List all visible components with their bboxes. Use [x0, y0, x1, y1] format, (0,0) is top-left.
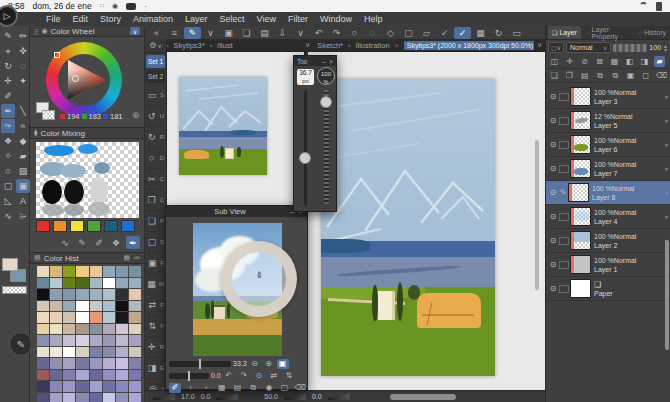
- qa-scale-rotate[interactable]: ▢S: [145, 232, 166, 253]
- layer-thumbnail[interactable]: [570, 87, 591, 106]
- polyline-tool[interactable]: ∿: [1, 209, 15, 223]
- tab-list-chevron-icon[interactable]: ∨: [537, 41, 542, 49]
- history-swatch-40[interactable]: [37, 324, 49, 335]
- lasso-tool[interactable]: ○: [1, 164, 15, 178]
- main-canvas-page[interactable]: [321, 79, 495, 376]
- grid-icon[interactable]: ▦: [472, 27, 489, 39]
- object-tool[interactable]: ⌲: [16, 209, 30, 223]
- history-swatch-69[interactable]: [103, 358, 115, 369]
- subview-reset-icon[interactable]: ⊙: [253, 371, 265, 381]
- eye-icon[interactable]: ⊙: [548, 212, 558, 221]
- rotate-view-icon[interactable]: ↻: [490, 27, 507, 39]
- history-swatch-48[interactable]: [37, 335, 49, 346]
- history-swatch-81[interactable]: [50, 381, 62, 392]
- airbrush-tool[interactable]: ≈: [16, 119, 30, 133]
- history-swatch-52[interactable]: [90, 335, 102, 346]
- history-swatch-78[interactable]: [116, 370, 128, 381]
- palette-view-icon[interactable]: ▦: [123, 254, 130, 262]
- layer-checkbox[interactable]: [559, 261, 569, 269]
- eye-icon[interactable]: ⊙: [548, 116, 558, 125]
- history-swatch-67[interactable]: [76, 358, 88, 369]
- subview-prev-icon[interactable]: ‹: [185, 383, 197, 393]
- history-swatch-84[interactable]: [90, 381, 102, 392]
- eye-icon[interactable]: ⊙: [548, 260, 558, 269]
- history-swatch-14[interactable]: [116, 278, 128, 289]
- subview-zoom-in-icon[interactable]: ⊕: [263, 359, 275, 369]
- history-swatch-63[interactable]: [129, 347, 141, 358]
- layer-row[interactable]: ⊙100 %NormalLayer 7∗: [546, 157, 670, 181]
- history-swatch-1[interactable]: [50, 266, 62, 277]
- history-swatch-85[interactable]: [103, 381, 115, 392]
- move-tool[interactable]: ✛: [1, 74, 15, 88]
- foreground-color-swatch[interactable]: [2, 258, 18, 271]
- new-layer-icon[interactable]: ❏: [549, 70, 559, 81]
- invert-selection-icon[interactable]: ◇: [382, 27, 399, 39]
- history-swatch-0[interactable]: [37, 266, 49, 277]
- left-canvas-page[interactable]: [179, 77, 267, 175]
- left-view-zoom-slider[interactable]: [153, 393, 175, 400]
- history-swatch-25[interactable]: [50, 301, 62, 312]
- history-swatch-31[interactable]: [129, 301, 141, 312]
- layer-checkbox[interactable]: [559, 93, 569, 101]
- rounded-rect-tool[interactable]: ▣: [16, 179, 30, 193]
- history-swatch-60[interactable]: [90, 347, 102, 358]
- apply-mask-icon[interactable]: ◻: [641, 70, 651, 81]
- layer-thumbnail[interactable]: [570, 159, 591, 178]
- menu-animation[interactable]: Animation: [127, 12, 179, 26]
- layer-row[interactable]: ⊙12 %NormalLayer 5∗: [546, 109, 670, 133]
- layer-row[interactable]: ⊙100 %NormalLayer 3∗: [546, 85, 670, 109]
- left-view-rotation-slider[interactable]: [216, 393, 238, 400]
- history-swatch-35[interactable]: [76, 312, 88, 323]
- history-swatch-33[interactable]: [50, 312, 62, 323]
- qa-edit[interactable]: ◨E: [145, 358, 166, 379]
- history-swatch-11[interactable]: [76, 278, 88, 289]
- qa-undo[interactable]: ↺U: [145, 106, 166, 127]
- wifi-icon[interactable]: [639, 2, 648, 10]
- merge-down-icon[interactable]: ⧉: [610, 70, 620, 81]
- subview-capture-icon[interactable]: ◉: [263, 383, 275, 393]
- history-swatch-21[interactable]: [103, 289, 115, 300]
- menu-help[interactable]: Help: [358, 12, 389, 26]
- text-tool[interactable]: A: [16, 194, 30, 208]
- frame-icon[interactable]: ▱: [418, 27, 435, 39]
- sv-marker[interactable]: [72, 75, 79, 82]
- doc-tab-active[interactable]: Skytips3* (2000 x 1800px 300dpi 50.0%): [404, 41, 534, 50]
- history-swatch-61[interactable]: [103, 347, 115, 358]
- menu-filter[interactable]: Filter: [282, 12, 314, 26]
- opacity-knob[interactable]: [320, 96, 332, 108]
- subview-flip-h-icon[interactable]: ⇄: [268, 371, 280, 381]
- pen-tool[interactable]: ✎: [1, 29, 15, 43]
- qa-mesh-transform[interactable]: ▦M: [145, 274, 166, 295]
- record-icon[interactable]: ◉: [112, 2, 118, 10]
- blank-slot[interactable]: [16, 89, 30, 103]
- brush-cursor-icon[interactable]: ✎: [184, 27, 201, 39]
- tab-layer-property[interactable]: ◌Layer Property: [582, 26, 634, 39]
- gradient-tool[interactable]: ▰: [16, 149, 30, 163]
- history-swatch-23[interactable]: [129, 289, 141, 300]
- open-folder-icon[interactable]: ▤: [256, 27, 273, 39]
- history-swatch-45[interactable]: [103, 324, 115, 335]
- layer-checkbox[interactable]: [559, 141, 569, 149]
- delete-layer-icon[interactable]: ⌫: [656, 70, 667, 81]
- mixing-swatch-4[interactable]: [104, 220, 118, 232]
- menu-window[interactable]: Window: [314, 12, 358, 26]
- opacity-stepper[interactable]: ▲▼: [663, 44, 668, 52]
- horizontal-scrollbar[interactable]: [390, 394, 456, 400]
- chevron-down-icon[interactable]: ∨: [202, 27, 219, 39]
- history-swatch-6[interactable]: [116, 266, 128, 277]
- qa-rotate[interactable]: ✛R: [145, 337, 166, 358]
- subview-rotate-left-icon[interactable]: ↶: [223, 371, 235, 381]
- add-color-icon[interactable]: ⊕: [132, 110, 140, 120]
- layer-checkbox[interactable]: [559, 237, 569, 245]
- chevron-down-icon[interactable]: ∨: [292, 27, 309, 39]
- layer-lock-icon[interactable]: ⊘: [579, 56, 590, 67]
- qa-copy[interactable]: ❐C: [145, 190, 166, 211]
- history-swatch-43[interactable]: [76, 324, 88, 335]
- main-view-zoom-slider[interactable]: [284, 393, 306, 400]
- brush-size-knob[interactable]: [299, 152, 311, 164]
- reselect-icon[interactable]: ◌: [364, 27, 381, 39]
- layer-checkbox[interactable]: [559, 285, 569, 293]
- history-swatch-26[interactable]: [63, 301, 75, 312]
- history-swatch-47[interactable]: [129, 324, 141, 335]
- history-swatch-66[interactable]: [63, 358, 75, 369]
